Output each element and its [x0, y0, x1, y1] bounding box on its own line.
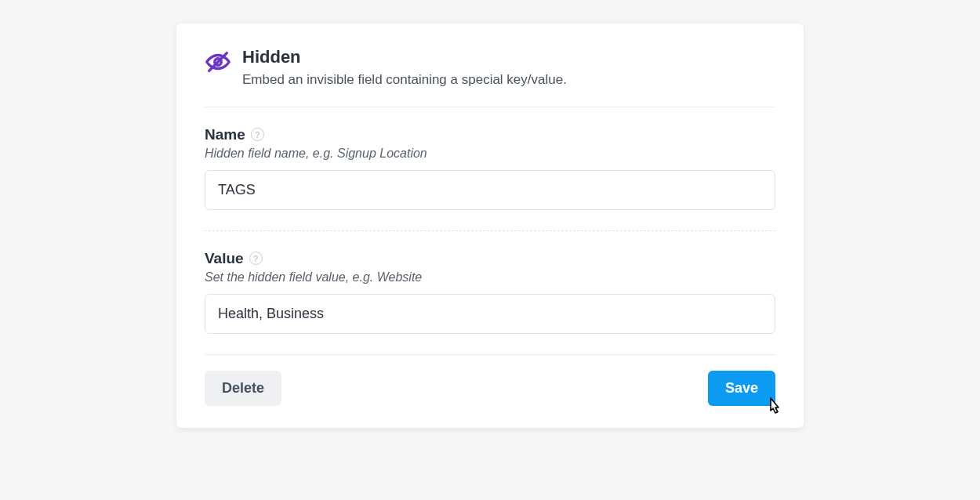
save-button-wrap: Save [708, 371, 775, 406]
help-icon[interactable]: ? [251, 128, 264, 141]
value-input[interactable] [205, 294, 775, 334]
name-hint: Hidden field name, e.g. Signup Location [205, 147, 775, 161]
name-label-row: Name ? [205, 126, 775, 143]
value-label-row: Value ? [205, 250, 775, 267]
delete-button[interactable]: Delete [205, 371, 281, 406]
value-hint: Set the hidden field value, e.g. Website [205, 270, 775, 284]
value-section: Value ? Set the hidden field value, e.g.… [205, 231, 775, 354]
help-icon[interactable]: ? [249, 252, 263, 265]
name-section: Name ? Hidden field name, e.g. Signup Lo… [205, 107, 775, 230]
card-title: Hidden [242, 47, 567, 67]
value-label: Value [205, 250, 244, 267]
name-label: Name [205, 126, 245, 143]
card-header: Hidden Embed an invisible field containi… [205, 47, 775, 107]
name-input[interactable] [205, 170, 775, 210]
card-subtitle: Embed an invisible field containing a sp… [242, 71, 567, 89]
save-button[interactable]: Save [708, 371, 775, 406]
hidden-field-card: Hidden Embed an invisible field containi… [176, 24, 804, 428]
hidden-icon [205, 47, 231, 75]
card-footer: Delete Save [205, 354, 775, 406]
header-text: Hidden Embed an invisible field containi… [242, 47, 567, 89]
